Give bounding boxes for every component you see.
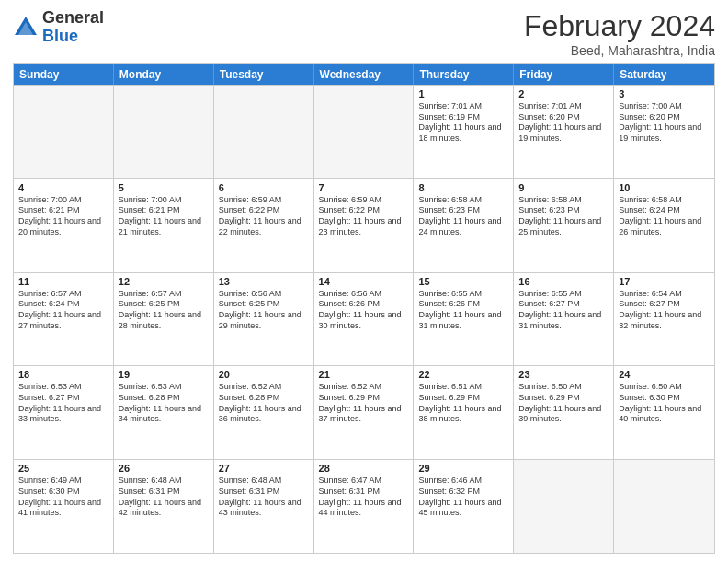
day-number: 18 — [18, 369, 108, 380]
calendar-cell: 26Sunrise: 6:48 AM Sunset: 6:31 PM Dayli… — [114, 460, 214, 553]
cell-info: Sunrise: 6:52 AM Sunset: 6:28 PM Dayligh… — [219, 382, 309, 425]
calendar-body: 1Sunrise: 7:01 AM Sunset: 6:19 PM Daylig… — [14, 85, 714, 553]
day-number: 9 — [518, 182, 609, 193]
calendar-row-3: 18Sunrise: 6:53 AM Sunset: 6:27 PM Dayli… — [14, 365, 714, 459]
day-number: 20 — [219, 369, 309, 380]
cell-info: Sunrise: 6:58 AM Sunset: 6:24 PM Dayligh… — [619, 195, 710, 238]
logo-text: General Blue — [42, 9, 104, 46]
logo-icon — [13, 15, 39, 40]
cell-info: Sunrise: 6:52 AM Sunset: 6:29 PM Dayligh… — [319, 382, 409, 425]
header-day-friday: Friday — [514, 64, 614, 85]
header: General Blue February 2024 Beed, Maharas… — [13, 9, 715, 58]
day-number: 8 — [418, 182, 508, 193]
calendar-cell: 22Sunrise: 6:51 AM Sunset: 6:29 PM Dayli… — [414, 366, 514, 459]
cell-info: Sunrise: 6:49 AM Sunset: 6:30 PM Dayligh… — [18, 476, 108, 519]
header-day-thursday: Thursday — [414, 64, 514, 85]
calendar-cell: 25Sunrise: 6:49 AM Sunset: 6:30 PM Dayli… — [14, 460, 114, 553]
cell-info: Sunrise: 7:01 AM Sunset: 6:20 PM Dayligh… — [518, 101, 609, 144]
day-number: 15 — [418, 276, 508, 287]
day-number: 26 — [119, 463, 209, 474]
title-block: February 2024 Beed, Maharashtra, India — [524, 9, 715, 58]
cell-info: Sunrise: 6:48 AM Sunset: 6:31 PM Dayligh… — [119, 476, 209, 519]
cell-info: Sunrise: 7:00 AM Sunset: 6:21 PM Dayligh… — [18, 195, 108, 238]
cell-info: Sunrise: 6:59 AM Sunset: 6:22 PM Dayligh… — [219, 195, 309, 238]
cell-info: Sunrise: 7:01 AM Sunset: 6:19 PM Dayligh… — [418, 101, 508, 144]
calendar-cell — [114, 86, 214, 178]
calendar-cell: 20Sunrise: 6:52 AM Sunset: 6:28 PM Dayli… — [214, 366, 314, 459]
cell-info: Sunrise: 6:47 AM Sunset: 6:31 PM Dayligh… — [319, 476, 409, 519]
header-day-wednesday: Wednesday — [314, 64, 415, 85]
calendar-cell: 8Sunrise: 6:58 AM Sunset: 6:23 PM Daylig… — [414, 179, 514, 272]
calendar-cell: 29Sunrise: 6:46 AM Sunset: 6:32 PM Dayli… — [414, 460, 514, 553]
calendar-cell: 6Sunrise: 6:59 AM Sunset: 6:22 PM Daylig… — [214, 179, 314, 272]
day-number: 21 — [319, 369, 409, 380]
day-number: 10 — [619, 182, 710, 193]
cell-info: Sunrise: 7:00 AM Sunset: 6:20 PM Dayligh… — [619, 101, 710, 144]
calendar-cell: 7Sunrise: 6:59 AM Sunset: 6:22 PM Daylig… — [314, 179, 415, 272]
calendar-cell: 19Sunrise: 6:53 AM Sunset: 6:28 PM Dayli… — [114, 366, 214, 459]
day-number: 22 — [418, 369, 508, 380]
calendar-cell: 21Sunrise: 6:52 AM Sunset: 6:29 PM Dayli… — [314, 366, 415, 459]
header-day-tuesday: Tuesday — [214, 64, 314, 85]
day-number: 25 — [18, 463, 108, 474]
day-number: 24 — [619, 369, 710, 380]
cell-info: Sunrise: 6:59 AM Sunset: 6:22 PM Dayligh… — [319, 195, 409, 238]
cell-info: Sunrise: 6:53 AM Sunset: 6:27 PM Dayligh… — [18, 382, 108, 425]
day-number: 7 — [319, 182, 409, 193]
day-number: 6 — [219, 182, 309, 193]
cell-info: Sunrise: 6:57 AM Sunset: 6:24 PM Dayligh… — [18, 289, 108, 332]
cell-info: Sunrise: 6:56 AM Sunset: 6:25 PM Dayligh… — [219, 289, 309, 332]
calendar-cell: 24Sunrise: 6:50 AM Sunset: 6:30 PM Dayli… — [614, 366, 714, 459]
calendar-row-0: 1Sunrise: 7:01 AM Sunset: 6:19 PM Daylig… — [14, 85, 714, 178]
cell-info: Sunrise: 6:50 AM Sunset: 6:29 PM Dayligh… — [518, 382, 609, 425]
calendar-header: SundayMondayTuesdayWednesdayThursdayFrid… — [14, 64, 714, 85]
cell-info: Sunrise: 6:51 AM Sunset: 6:29 PM Dayligh… — [418, 382, 508, 425]
calendar-cell — [614, 460, 714, 553]
header-day-sunday: Sunday — [14, 64, 114, 85]
cell-info: Sunrise: 6:46 AM Sunset: 6:32 PM Dayligh… — [418, 476, 508, 519]
day-number: 29 — [418, 463, 508, 474]
calendar-cell: 28Sunrise: 6:47 AM Sunset: 6:31 PM Dayli… — [314, 460, 415, 553]
cell-info: Sunrise: 6:58 AM Sunset: 6:23 PM Dayligh… — [518, 195, 609, 238]
day-number: 12 — [119, 276, 209, 287]
cell-info: Sunrise: 6:58 AM Sunset: 6:23 PM Dayligh… — [418, 195, 508, 238]
calendar-cell: 2Sunrise: 7:01 AM Sunset: 6:20 PM Daylig… — [514, 86, 614, 178]
calendar: SundayMondayTuesdayWednesdayThursdayFrid… — [13, 63, 715, 554]
calendar-cell: 16Sunrise: 6:55 AM Sunset: 6:27 PM Dayli… — [514, 273, 614, 366]
calendar-cell: 4Sunrise: 7:00 AM Sunset: 6:21 PM Daylig… — [14, 179, 114, 272]
header-day-monday: Monday — [114, 64, 214, 85]
calendar-cell: 9Sunrise: 6:58 AM Sunset: 6:23 PM Daylig… — [514, 179, 614, 272]
day-number: 13 — [219, 276, 309, 287]
calendar-cell: 18Sunrise: 6:53 AM Sunset: 6:27 PM Dayli… — [14, 366, 114, 459]
location: Beed, Maharashtra, India — [524, 43, 715, 58]
cell-info: Sunrise: 6:48 AM Sunset: 6:31 PM Dayligh… — [219, 476, 309, 519]
calendar-cell: 1Sunrise: 7:01 AM Sunset: 6:19 PM Daylig… — [414, 86, 514, 178]
cell-info: Sunrise: 6:50 AM Sunset: 6:30 PM Dayligh… — [619, 382, 710, 425]
day-number: 2 — [518, 88, 609, 99]
calendar-cell: 10Sunrise: 6:58 AM Sunset: 6:24 PM Dayli… — [614, 179, 714, 272]
day-number: 17 — [619, 276, 710, 287]
calendar-cell: 27Sunrise: 6:48 AM Sunset: 6:31 PM Dayli… — [214, 460, 314, 553]
day-number: 14 — [319, 276, 409, 287]
day-number: 23 — [518, 369, 609, 380]
calendar-row-1: 4Sunrise: 7:00 AM Sunset: 6:21 PM Daylig… — [14, 178, 714, 272]
calendar-cell — [514, 460, 614, 553]
day-number: 11 — [18, 276, 108, 287]
day-number: 1 — [418, 88, 508, 99]
day-number: 3 — [619, 88, 710, 99]
calendar-cell: 23Sunrise: 6:50 AM Sunset: 6:29 PM Dayli… — [514, 366, 614, 459]
cell-info: Sunrise: 6:55 AM Sunset: 6:26 PM Dayligh… — [418, 289, 508, 332]
header-day-saturday: Saturday — [614, 64, 714, 85]
calendar-cell: 5Sunrise: 7:00 AM Sunset: 6:21 PM Daylig… — [114, 179, 214, 272]
calendar-row-4: 25Sunrise: 6:49 AM Sunset: 6:30 PM Dayli… — [14, 459, 714, 553]
day-number: 4 — [18, 182, 108, 193]
day-number: 19 — [119, 369, 209, 380]
logo-general: General — [42, 8, 104, 27]
page: General Blue February 2024 Beed, Maharas… — [0, 0, 728, 563]
calendar-cell: 11Sunrise: 6:57 AM Sunset: 6:24 PM Dayli… — [14, 273, 114, 366]
cell-info: Sunrise: 6:53 AM Sunset: 6:28 PM Dayligh… — [119, 382, 209, 425]
calendar-cell: 3Sunrise: 7:00 AM Sunset: 6:20 PM Daylig… — [614, 86, 714, 178]
logo: General Blue — [13, 9, 104, 46]
calendar-cell: 17Sunrise: 6:54 AM Sunset: 6:27 PM Dayli… — [614, 273, 714, 366]
calendar-cell: 14Sunrise: 6:56 AM Sunset: 6:26 PM Dayli… — [314, 273, 415, 366]
